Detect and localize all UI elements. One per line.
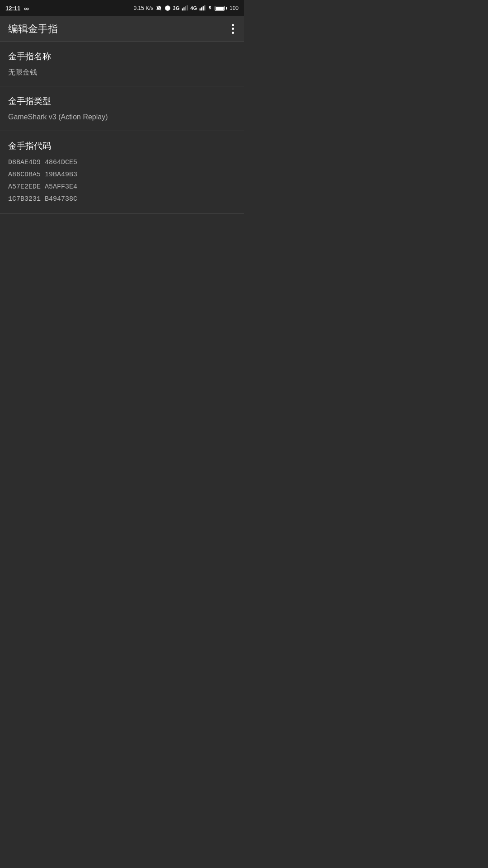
signal-4g: 4G — [190, 5, 197, 11]
toolbar: 编辑金手指 — [0, 16, 244, 42]
svg-rect-6 — [203, 6, 204, 10]
status-bar: 12:11 ∞ 0.15 K/s 3G 4G — [0, 0, 244, 16]
type-section: 金手指类型 GameShark v3 (Action Replay) — [0, 86, 244, 131]
name-section: 金手指名称 无限金钱 — [0, 42, 244, 86]
svg-rect-2 — [185, 6, 186, 10]
time-display: 12:11 — [5, 5, 20, 12]
name-section-value[interactable]: 无限金钱 — [8, 67, 236, 78]
code-section-label: 金手指代码 — [8, 140, 236, 152]
menu-dot-1 — [232, 24, 234, 26]
svg-rect-0 — [182, 9, 183, 11]
status-left: 12:11 ∞ — [5, 5, 29, 12]
content-area: 金手指名称 无限金钱 金手指类型 GameShark v3 (Action Re… — [0, 42, 244, 214]
svg-rect-3 — [187, 5, 188, 11]
network-speed: 0.15 K/s — [134, 5, 154, 11]
infinity-icon: ∞ — [24, 5, 29, 12]
battery-icon — [215, 6, 227, 11]
code-line-3: A57E2EDE A5AFF3E4 — [8, 181, 236, 193]
code-line-1: D8BAE4D9 4864DCE5 — [8, 156, 236, 169]
menu-dot-3 — [232, 32, 234, 34]
signal-bar-2 — [199, 5, 206, 11]
svg-rect-4 — [200, 9, 201, 11]
code-line-4: 1C7B3231 B494738C — [8, 193, 236, 205]
battery-level: 100 — [230, 5, 239, 11]
signal-3g: 3G — [173, 5, 180, 11]
code-section: 金手指代码 D8BAE4D9 4864DCE5 A86CDBA5 19BA49B… — [0, 131, 244, 214]
svg-rect-5 — [201, 7, 202, 10]
signal-bar-1 — [182, 5, 188, 11]
more-menu-button[interactable] — [230, 21, 236, 37]
name-section-label: 金手指名称 — [8, 51, 236, 62]
mute-icon — [156, 5, 162, 11]
type-section-value[interactable]: GameShark v3 (Action Replay) — [8, 112, 236, 123]
svg-rect-1 — [183, 7, 184, 10]
cheat-codes[interactable]: D8BAE4D9 4864DCE5 A86CDBA5 19BA49B3 A57E… — [8, 156, 236, 205]
status-right: 0.15 K/s 3G 4G 100 — [134, 5, 239, 11]
menu-dot-2 — [232, 28, 234, 30]
charging-icon — [208, 5, 212, 11]
page-title: 编辑金手指 — [8, 22, 58, 36]
svg-rect-7 — [204, 5, 205, 11]
code-line-2: A86CDBA5 19BA49B3 — [8, 169, 236, 181]
type-section-label: 金手指类型 — [8, 95, 236, 107]
alarm-icon — [164, 5, 171, 11]
